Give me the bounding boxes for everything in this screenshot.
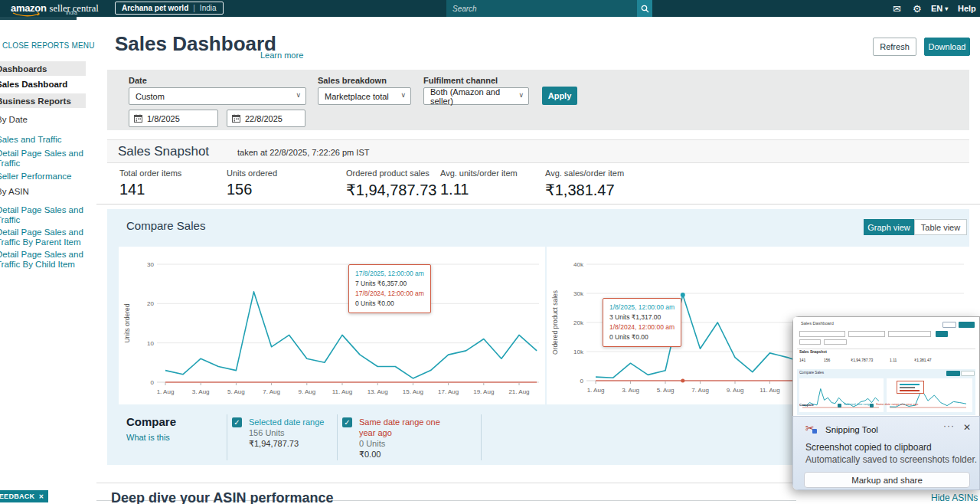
more-options-icon[interactable]: ··· <box>943 421 955 431</box>
x-tick-label: 1. Aug <box>157 388 175 395</box>
tooltip-date-current: 1/8/2025, 12:00:00 am <box>609 303 675 313</box>
y-tick-label: 30 <box>147 261 154 268</box>
sales-breakdown-select[interactable]: Marketplace total ∨ <box>318 87 411 105</box>
app-root: amazon seller central india Archana pet … <box>0 0 980 504</box>
settings-gear-icon[interactable]: ⚙ <box>913 0 922 17</box>
metric-avg-units-order: Avg. units/order item 1.11 <box>440 169 518 198</box>
y-tick-label: 0 <box>580 378 584 385</box>
thumb-metric: 156 <box>824 358 830 363</box>
sidebar-item-detail-page-child-item[interactable]: Detail Page Sales and Traffic By Child I… <box>0 250 87 270</box>
date-from-value: 1/8/2025 <box>147 114 180 123</box>
tooltip-value-current: 3 Units ₹1,317.00 <box>609 313 675 322</box>
sidebar-group-by-asin: By ASIN <box>0 187 87 197</box>
section-header-label: Business Reports <box>0 97 71 106</box>
apply-button[interactable]: Apply <box>542 87 577 105</box>
refresh-button[interactable]: Refresh <box>873 38 916 56</box>
x-tick-label: 3. Aug <box>192 388 210 395</box>
tooltip-date-current: 17/8/2025, 12:00:00 am <box>355 269 424 279</box>
x-tick-label: 9. Aug <box>298 388 315 395</box>
page-title: Sales Dashboard <box>115 32 276 56</box>
table-view-button[interactable]: Table view <box>914 219 967 235</box>
notification-subtitle: Automatically saved to screenshots folde… <box>805 454 977 465</box>
chart-tooltip: 17/8/2025, 12:00:00 am 7 Units ₹6,357.00… <box>348 264 431 313</box>
download-button[interactable]: Download <box>924 38 970 56</box>
sales-snapshot-header: Sales Snapshot taken at 22/8/2025, 7:22:… <box>107 139 969 163</box>
x-tick-label: 1. Aug <box>587 387 605 394</box>
metric-value: 156 <box>227 181 277 198</box>
chart-tooltip: 1/8/2025, 12:00:00 am 3 Units ₹1,317.00 … <box>603 298 681 347</box>
calendar-icon <box>232 114 240 123</box>
tooltip-date-previous: 1/8/2024, 12:00:00 am <box>609 322 675 332</box>
metric-units-ordered: Units ordered 156 <box>227 169 277 198</box>
metric-value: 1.11 <box>440 181 518 198</box>
screenshot-thumbnail[interactable]: Sales Dashboard Sales Snapshot 141 156 ₹… <box>792 316 980 416</box>
x-tick-label: 5. Aug <box>227 388 245 395</box>
what-is-this-link[interactable]: What is this <box>126 433 170 442</box>
thumb-filter-select <box>799 331 845 337</box>
date-to-input[interactable]: 22/8/2025 <box>227 110 305 127</box>
sidebar-item-detail-page-parent-item[interactable]: Detail Page Sales and Traffic By Parent … <box>0 227 87 247</box>
hide-asins-link[interactable]: Hide ASINs <box>931 493 978 503</box>
date-range-select[interactable]: Custom ∨ <box>129 87 306 105</box>
date-from-input[interactable]: 1/8/2025 <box>129 110 218 127</box>
legend-selected-range-units: 156 Units <box>249 427 284 438</box>
sidebar-item-sales-and-traffic[interactable]: Sales and Traffic <box>0 135 87 145</box>
y-axis-title: Units ordered <box>123 303 131 342</box>
markup-and-share-button[interactable]: Markup and share <box>804 472 970 488</box>
close-icon[interactable]: ✕ <box>963 422 971 433</box>
search-button[interactable] <box>637 0 652 17</box>
search-input[interactable] <box>446 0 637 17</box>
learn-more-link[interactable]: Learn more <box>260 51 303 60</box>
close-reports-menu-button[interactable]: CLOSE REPORTS MENU <box>2 41 95 50</box>
date-range-value: Custom <box>136 92 165 101</box>
fulfilment-channel-select[interactable]: Both (Amazon and seller) ∨ <box>423 87 529 105</box>
y-tick-label: 40k <box>573 261 584 268</box>
metric-avg-sales-order: Avg. sales/order item ₹1,381.47 <box>545 169 624 199</box>
language-label: EN <box>931 4 942 13</box>
mail-icon[interactable]: ✉ <box>893 0 901 17</box>
fulfilment-channel-value: Both (Amazon and seller) <box>430 87 514 106</box>
units-ordered-chart[interactable]: 01020301. Aug3. Aug5. Aug7. Aug9. Aug11.… <box>119 247 545 404</box>
sidebar-item-detail-page-sales-traffic[interactable]: Detail Page Sales and Traffic <box>0 149 87 169</box>
sidebar-item-detail-page-sales-traffic-asin[interactable]: Detail Page Sales and Traffic <box>0 205 87 225</box>
thumb-compare-title: Compare Sales <box>799 371 824 375</box>
thumb-date-input <box>799 339 821 345</box>
thumb-metric: ₹1,381.47 <box>914 358 931 363</box>
account-divider: | <box>193 4 195 12</box>
date-to-value: 22/8/2025 <box>245 114 283 123</box>
graph-view-button[interactable]: Graph view <box>864 219 914 235</box>
units-ordered-chart-card: 01020301. Aug3. Aug5. Aug7. Aug9. Aug11.… <box>119 247 545 404</box>
amazon-seller-central-logo[interactable]: amazon seller central <box>11 2 99 15</box>
y-axis-title: Ordered product sales <box>551 290 559 355</box>
feedback-tab[interactable]: FEEDBACK ✕ <box>0 490 48 502</box>
thumb-page-title: Sales Dashboard <box>801 321 834 326</box>
metric-label: Units ordered <box>227 169 277 178</box>
feedback-label: FEEDBACK <box>0 493 34 500</box>
thumb-legend-item: Selected date range <box>844 402 871 406</box>
close-icon[interactable]: ✕ <box>38 493 44 500</box>
thumb-chart-right <box>887 378 972 412</box>
x-tick-label: 3. Aug <box>622 387 639 394</box>
previous-range-checkbox[interactable]: ✓ <box>342 417 352 427</box>
help-link[interactable]: Help <box>958 0 976 17</box>
chevron-down-icon: ▾ <box>945 5 948 12</box>
x-tick-label: 5. Aug <box>657 387 675 394</box>
metric-value: 141 <box>119 181 181 198</box>
thumb-filter-select <box>888 331 931 337</box>
thumb-metric: 141 <box>799 358 805 363</box>
sales-breakdown-label: Sales breakdown <box>318 76 387 85</box>
selected-range-checkbox[interactable]: ✓ <box>232 417 242 427</box>
sales-breakdown-value: Marketplace total <box>325 92 389 101</box>
sidebar-item-seller-performance[interactable]: Seller Performance <box>0 172 87 182</box>
thumb-apply-button <box>936 331 948 337</box>
sidebar-item-sales-dashboard[interactable]: Sales Dashboard <box>0 80 87 90</box>
account-switcher[interactable]: Archana pet world | India <box>115 2 224 15</box>
snipping-tool-app-name: Snipping Tool <box>825 425 878 434</box>
metric-ordered-product-sales: Ordered product sales ₹1,94,787.73 <box>346 169 436 199</box>
calendar-icon <box>134 114 142 123</box>
snipping-tool-popup: Sales Dashboard Sales Snapshot 141 156 ₹… <box>792 316 980 490</box>
sidebar-group-by-date: By Date <box>0 115 87 125</box>
thumb-legend-title: Compare <box>799 403 814 407</box>
x-tick-label: 15. Aug <box>403 388 423 395</box>
language-selector[interactable]: EN ▾ <box>931 0 948 17</box>
